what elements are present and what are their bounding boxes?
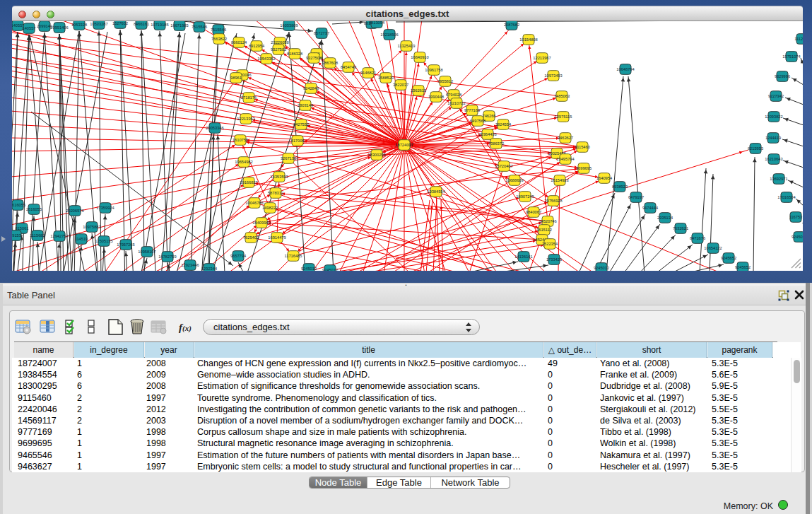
svg-text:15751074: 15751074 — [782, 54, 800, 59]
svg-text:9329996: 9329996 — [775, 74, 790, 78]
svg-text:7386372: 7386372 — [488, 141, 504, 146]
svg-text:9463627: 9463627 — [558, 136, 573, 140]
svg-text:9245652: 9245652 — [721, 256, 736, 260]
svg-text:1112503: 1112503 — [794, 37, 803, 41]
svg-text:6479197: 6479197 — [628, 195, 644, 199]
svg-text:8572737: 8572737 — [314, 31, 329, 35]
svg-text:8660124: 8660124 — [231, 40, 247, 45]
svg-text:39153: 39153 — [12, 233, 21, 238]
svg-text:746266: 746266 — [483, 114, 496, 118]
svg-text:11716485: 11716485 — [285, 254, 302, 258]
svg-text:8466161: 8466161 — [134, 22, 149, 26]
svg-text:5878312: 5878312 — [268, 191, 283, 195]
svg-text:18907249: 18907249 — [516, 194, 534, 199]
svg-text:10154808: 10154808 — [519, 37, 537, 42]
svg-text:9699695: 9699695 — [576, 166, 592, 170]
svg-text:19166827: 19166827 — [240, 180, 257, 185]
svg-text:1615112: 1615112 — [536, 228, 552, 232]
svg-text:16210643: 16210643 — [765, 157, 782, 161]
svg-text:2616055: 2616055 — [26, 207, 42, 211]
svg-text:8938923: 8938923 — [612, 185, 628, 189]
svg-text:1640954: 1640954 — [596, 176, 612, 180]
svg-text:9245012: 9245012 — [594, 266, 609, 270]
svg-text:17016504: 17016504 — [777, 195, 795, 199]
svg-text:1362615: 1362615 — [411, 88, 426, 93]
svg-text:29053346: 29053346 — [206, 126, 223, 130]
svg-text:15720407: 15720407 — [495, 164, 512, 168]
svg-text:9245012: 9245012 — [301, 267, 317, 271]
svg-text:1244419: 1244419 — [765, 136, 781, 140]
svg-text:14353593: 14353593 — [270, 175, 288, 179]
svg-text:8427552: 8427552 — [293, 122, 309, 127]
svg-text:1292344: 1292344 — [201, 267, 217, 271]
svg-text:1115682: 1115682 — [30, 233, 45, 238]
svg-text:9245012: 9245012 — [322, 268, 338, 271]
svg-text:10543362: 10543362 — [257, 57, 275, 61]
svg-text:17957265: 17957265 — [117, 243, 134, 247]
svg-text:3822037: 3822037 — [393, 83, 408, 87]
svg-text:8471676: 8471676 — [690, 236, 705, 240]
svg-text:2522354: 2522354 — [542, 242, 558, 246]
svg-text:19384554: 19384554 — [427, 189, 445, 194]
svg-text:8215955: 8215955 — [748, 146, 763, 151]
svg-text:14136141: 14136141 — [514, 255, 532, 259]
svg-text:f(x): f(x) — [179, 322, 192, 333]
svg-text:16640910: 16640910 — [411, 55, 428, 59]
svg-text:29756928: 29756928 — [544, 199, 562, 203]
svg-text:8813054: 8813054 — [369, 21, 384, 25]
svg-text:2616055: 2616055 — [12, 203, 25, 207]
svg-text:13692971: 13692971 — [770, 177, 787, 181]
svg-text:6794028: 6794028 — [446, 93, 461, 97]
svg-text:12942757: 12942757 — [50, 234, 68, 238]
svg-text:23226058: 23226058 — [271, 40, 288, 45]
svg-text:8454749: 8454749 — [341, 65, 356, 69]
svg-text:9327508: 9327508 — [306, 56, 322, 60]
svg-text:7515546: 7515546 — [192, 25, 207, 29]
svg-text:10654122: 10654122 — [704, 246, 722, 250]
svg-text:9227342: 9227342 — [768, 94, 784, 98]
svg-text:9840067: 9840067 — [526, 210, 541, 214]
svg-text:10975887: 10975887 — [83, 225, 100, 229]
svg-text:7632621: 7632621 — [673, 226, 688, 230]
svg-text:16409949: 16409949 — [252, 221, 270, 225]
svg-text:7625402: 7625402 — [243, 235, 259, 240]
svg-text:417006: 417006 — [291, 139, 305, 143]
svg-text:19654982: 19654982 — [235, 160, 252, 164]
svg-text:9146821: 9146821 — [360, 71, 376, 75]
svg-text:3824554: 3824554 — [495, 122, 511, 127]
svg-text:16210722: 16210722 — [447, 101, 465, 105]
svg-text:7485063: 7485063 — [554, 94, 570, 98]
svg-text:7515546: 7515546 — [211, 28, 226, 32]
svg-text:19218506: 19218506 — [380, 33, 398, 37]
svg-text:8912954: 8912954 — [249, 44, 264, 48]
svg-text:1733426: 1733426 — [546, 257, 562, 262]
svg-text:12093822: 12093822 — [765, 115, 782, 119]
svg-text:9242848: 9242848 — [303, 86, 319, 90]
svg-text:9777169: 9777169 — [464, 108, 480, 112]
svg-text:1498222: 1498222 — [262, 206, 278, 210]
svg-text:16154923: 16154923 — [551, 178, 568, 182]
svg-text:116753: 116753 — [789, 215, 803, 219]
svg-text:10046786: 10046786 — [245, 201, 263, 205]
svg-text:9657794: 9657794 — [230, 254, 246, 258]
svg-text:815061: 815061 — [16, 226, 29, 230]
svg-text:10958107: 10958107 — [138, 250, 155, 254]
svg-text:10533287: 10533287 — [90, 22, 107, 26]
svg-text:1990448: 1990448 — [428, 95, 444, 99]
svg-text:2718176: 2718176 — [241, 95, 257, 100]
svg-text:10648794: 10648794 — [616, 67, 634, 71]
svg-text:140557: 140557 — [23, 26, 36, 30]
svg-text:12975115: 12975115 — [555, 115, 572, 119]
svg-text:20991406: 20991406 — [50, 25, 68, 30]
svg-text:9115460: 9115460 — [575, 145, 590, 149]
svg-text:16914479: 16914479 — [268, 235, 286, 240]
svg-text:9327502: 9327502 — [271, 47, 286, 52]
svg-text:9245012: 9245012 — [792, 235, 803, 239]
svg-text:2935134: 2935134 — [657, 216, 673, 220]
svg-text:1053328: 1053328 — [71, 23, 87, 27]
svg-text:16033809: 16033809 — [280, 23, 298, 28]
svg-text:7663822: 7663822 — [211, 37, 227, 41]
svg-text:18724007: 18724007 — [395, 143, 413, 147]
svg-text:18300295: 18300295 — [367, 153, 385, 157]
svg-text:16782759: 16782759 — [158, 255, 176, 259]
